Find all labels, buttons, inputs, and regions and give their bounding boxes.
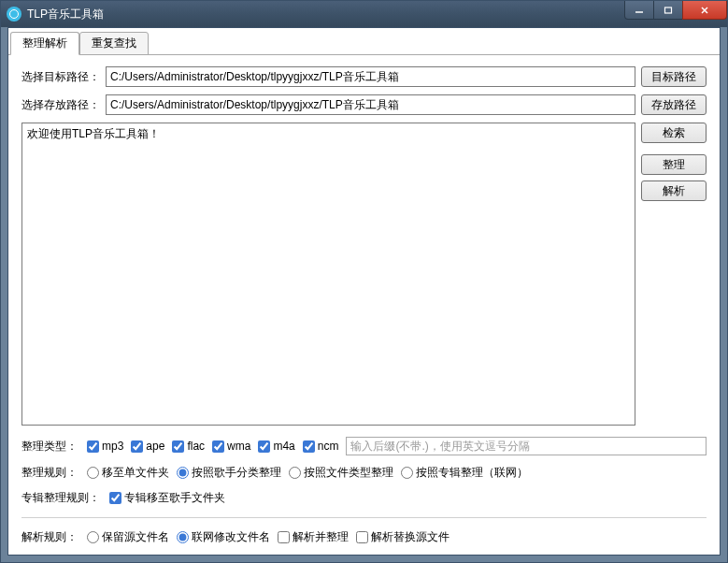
log-section: 欢迎使用TLP音乐工具箱！ 检索 整理 解析: [21, 123, 707, 426]
rad-by-artist[interactable]: 按照歌手分类整理: [177, 465, 281, 481]
target-path-label: 选择目标路径：: [21, 69, 100, 85]
divider: [21, 517, 707, 518]
parse-button[interactable]: 解析: [641, 180, 707, 201]
chk-mp3[interactable]: mp3: [87, 440, 123, 453]
rad-keep-filename[interactable]: 保留源文件名: [87, 529, 169, 545]
tab-duplicate-find[interactable]: 重复查找: [79, 32, 149, 55]
rad-by-album[interactable]: 按照专辑整理（联网）: [401, 465, 528, 481]
chk-ape[interactable]: ape: [131, 440, 164, 453]
client-area: 整理解析 重复查找 选择目标路径： 目标路径 选择存放路径： 存放路径 欢迎使用…: [7, 27, 721, 556]
target-path-row: 选择目标路径： 目标路径: [21, 66, 707, 87]
file-types-row: 整理类型： mp3 ape flac wma m4a ncm: [21, 437, 707, 455]
rad-by-filetype[interactable]: 按照文件类型整理: [289, 465, 393, 481]
chk-m4a[interactable]: m4a: [258, 440, 294, 453]
ext-input[interactable]: [346, 437, 707, 455]
side-buttons: 检索 整理 解析: [641, 123, 707, 201]
minimize-icon: [635, 6, 644, 15]
organize-rules-row: 整理规则： 移至单文件夹 按照歌手分类整理 按照文件类型整理 按照专辑整理（联网…: [21, 465, 707, 481]
search-button[interactable]: 检索: [641, 123, 707, 143]
file-types-label: 整理类型：: [21, 439, 78, 455]
maximize-icon: [664, 6, 673, 15]
save-path-input[interactable]: [106, 94, 635, 115]
tab-content: 选择目标路径： 目标路径 选择存放路径： 存放路径 欢迎使用TLP音乐工具箱！ …: [8, 55, 720, 555]
organize-button[interactable]: 整理: [641, 154, 707, 175]
organize-rules-label: 整理规则：: [21, 465, 78, 481]
tab-organize-parse[interactable]: 整理解析: [10, 32, 79, 55]
chk-flac[interactable]: flac: [172, 440, 205, 453]
svg-rect-1: [665, 7, 672, 13]
window-title: TLP音乐工具箱: [27, 7, 625, 22]
options-section: 整理类型： mp3 ape flac wma m4a ncm 整理规则： 移至单…: [21, 433, 707, 545]
rad-online-rename[interactable]: 联网修改文件名: [177, 529, 270, 545]
chk-parse-replace-source[interactable]: 解析替换源文件: [356, 529, 450, 545]
chk-ncm[interactable]: ncm: [303, 440, 339, 453]
app-icon: [7, 7, 21, 22]
log-textarea[interactable]: 欢迎使用TLP音乐工具箱！: [21, 123, 635, 426]
rad-single-folder[interactable]: 移至单文件夹: [87, 465, 169, 481]
chk-parse-and-organize[interactable]: 解析并整理: [278, 529, 349, 545]
parse-rules-row: 解析规则： 保留源文件名 联网修改文件名 解析并整理 解析替换源文件: [21, 529, 707, 545]
save-path-button[interactable]: 存放路径: [641, 94, 707, 115]
target-path-input[interactable]: [106, 66, 635, 87]
titlebar: TLP音乐工具箱: [1, 1, 727, 27]
minimize-button[interactable]: [624, 1, 654, 20]
target-path-button[interactable]: 目标路径: [641, 66, 707, 87]
app-window: TLP音乐工具箱 整理解析 重复查找 选择目标路径： 目标路径: [0, 0, 728, 563]
parse-rules-label: 解析规则：: [21, 529, 78, 545]
tab-bar: 整理解析 重复查找: [8, 28, 720, 55]
close-icon: [700, 6, 709, 15]
album-rule-label: 专辑整理规则：: [21, 490, 100, 506]
chk-album-to-artist[interactable]: 专辑移至歌手文件夹: [109, 490, 225, 506]
save-path-row: 选择存放路径： 存放路径: [21, 94, 707, 115]
album-rule-row: 专辑整理规则： 专辑移至歌手文件夹: [21, 490, 707, 506]
window-controls: [625, 1, 727, 27]
maximize-button[interactable]: [653, 1, 683, 20]
chk-wma[interactable]: wma: [212, 440, 250, 453]
save-path-label: 选择存放路径：: [21, 97, 100, 113]
close-button[interactable]: [682, 1, 727, 20]
